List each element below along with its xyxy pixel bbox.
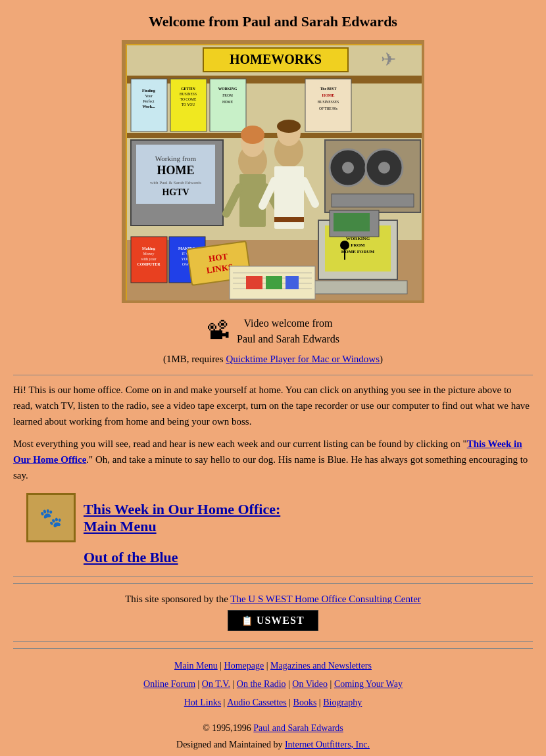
- svg-text:GETTIN: GETTIN: [181, 87, 195, 91]
- svg-text:with your: with your: [141, 257, 156, 261]
- svg-rect-78: [266, 276, 282, 289]
- homeworks-image[interactable]: HOMEWORKS ✈ Finding Your Perfect Work...…: [122, 40, 424, 303]
- camera-icon: 📽: [207, 318, 230, 345]
- divider-2: [13, 576, 533, 577]
- svg-text:HOME: HOME: [157, 164, 195, 177]
- svg-text:HOME FORUM: HOME FORUM: [341, 249, 375, 254]
- footer-nav-row-1: Main Menu | Homepage | Magazines and New…: [13, 657, 533, 675]
- svg-text:HOMEWORKS: HOMEWORKS: [230, 52, 322, 66]
- svg-text:HOME: HOME: [322, 93, 335, 97]
- footer-link-books[interactable]: Books: [293, 697, 317, 707]
- quicktime-line: (1MB, requires Quicktime Player for Mac …: [13, 354, 533, 365]
- nav-item-1: 🐾 This Week in Our Home Office:Main Menu: [26, 493, 533, 542]
- svg-point-56: [340, 241, 349, 250]
- svg-text:COMPUTER: COMPUTER: [137, 262, 161, 266]
- footer-nav-row-2: Online Forum | On T.V. | On the Radio | …: [13, 675, 533, 694]
- footer-link-coming[interactable]: Coming Your Way: [334, 679, 403, 689]
- svg-point-40: [241, 126, 264, 144]
- svg-point-34: [342, 162, 354, 174]
- svg-text:HGTV: HGTV: [162, 187, 189, 197]
- svg-text:Work...: Work...: [142, 105, 155, 108]
- footer-designer-link[interactable]: Internet Outfitters, Inc.: [285, 740, 370, 749]
- svg-rect-48: [274, 217, 304, 222]
- uswest-logo-text: 📋: [241, 616, 253, 626]
- footer-info: © 1995,1996 Paul and Sarah Edwards Desig…: [13, 720, 533, 756]
- svg-text:Making: Making: [142, 247, 155, 250]
- svg-text:OF THE 90s: OF THE 90s: [319, 106, 337, 110]
- svg-text:with Paul & Sarah Edwards: with Paul & Sarah Edwards: [150, 180, 201, 185]
- svg-text:TO YOU: TO YOU: [182, 103, 195, 106]
- svg-rect-82: [334, 213, 370, 231]
- nav-list: 🐾 This Week in Our Home Office:Main Menu…: [26, 493, 533, 566]
- video-welcome-section: 📽 Video welcome from Paul and Sarah Edwa…: [13, 316, 533, 347]
- sponsor-section: This site sponsored by the The U S WEST …: [13, 583, 533, 642]
- uswest-link[interactable]: The U S WEST Home Office Consulting Cent…: [230, 594, 421, 604]
- footer-copyright: © 1995,1996 Paul and Sarah Edwards: [13, 720, 533, 736]
- svg-rect-79: [285, 276, 299, 289]
- svg-text:Perfect: Perfect: [143, 99, 155, 103]
- footer-link-video[interactable]: On Video: [292, 679, 328, 689]
- svg-text:Finding: Finding: [142, 89, 155, 93]
- svg-text:TO COME: TO COME: [180, 97, 197, 101]
- svg-text:BUSINESSES: BUSINESSES: [318, 100, 339, 104]
- svg-text:The BEST: The BEST: [320, 87, 337, 91]
- svg-text:WORKING: WORKING: [218, 87, 237, 91]
- footer-lastupdated: Last updated 10/25/96: [13, 753, 533, 756]
- svg-text:Your: Your: [145, 94, 153, 98]
- footer-link-forum[interactable]: Online Forum: [143, 679, 195, 689]
- svg-point-36: [378, 162, 390, 174]
- uswest-logo: 📋 USWEST: [228, 610, 318, 631]
- footer-nav: Main Menu | Homepage | Magazines and New…: [13, 657, 533, 712]
- svg-text:FROM: FROM: [351, 243, 365, 248]
- footer-link-audio[interactable]: Audio Cassettes: [227, 697, 287, 707]
- intro-paragraph-2: Most everything you will see, read and h…: [13, 436, 533, 483]
- svg-rect-58: [309, 281, 407, 294]
- svg-rect-25: [124, 133, 424, 138]
- footer-link-magazines[interactable]: Magazines and Newsletters: [270, 661, 372, 671]
- divider-1: [13, 375, 533, 375]
- homeworks-svg: HOMEWORKS ✈ Finding Your Perfect Work...…: [124, 43, 424, 303]
- svg-point-46: [277, 120, 301, 133]
- page-title: Welcome from Paul and Sarah Edwards: [13, 13, 533, 30]
- footer-nav-row-3: Hot Links | Audio Cassettes | Books | Bi…: [13, 694, 533, 712]
- video-welcome-text: Video welcome from Paul and Sarah Edward…: [237, 316, 339, 347]
- footer-link-bio[interactable]: Biography: [323, 697, 362, 707]
- svg-text:Money: Money: [143, 252, 155, 256]
- nav-item-2: Out of the Blue: [84, 549, 533, 566]
- footer-link-hotlinks[interactable]: Hot Links: [184, 697, 221, 707]
- divider-3: [13, 648, 533, 649]
- footer-copyright-link[interactable]: Paul and Sarah Edwards: [253, 723, 343, 733]
- footer-link-mainmenu[interactable]: Main Menu: [174, 661, 218, 671]
- nav-icon-1: 🐾: [26, 493, 76, 542]
- footer-link-homepage[interactable]: Homepage: [224, 661, 264, 671]
- footer-link-radio[interactable]: On the Radio: [237, 679, 286, 689]
- footer-designed: Designed and Maintained by Internet Outf…: [13, 736, 533, 753]
- intro-paragraph-1: Hi! This is our home office. Come on in …: [13, 382, 533, 429]
- svg-text:FROM: FROM: [222, 93, 233, 97]
- svg-rect-77: [246, 276, 262, 289]
- svg-text:✈: ✈: [381, 49, 396, 70]
- out-of-blue-link[interactable]: Out of the Blue: [84, 549, 178, 566]
- svg-text:HOME: HOME: [222, 100, 234, 104]
- this-week-link-inline[interactable]: This Week in Our Home Office: [13, 438, 522, 465]
- main-image-container: HOMEWORKS ✈ Finding Your Perfect Work...…: [13, 40, 533, 306]
- svg-rect-37: [332, 194, 414, 207]
- this-week-nav-link[interactable]: This Week in Our Home Office:Main Menu: [84, 501, 280, 535]
- svg-rect-5: [124, 76, 424, 83]
- footer-link-tv[interactable]: On T.V.: [202, 679, 230, 689]
- quicktime-link[interactable]: Quicktime Player for Mac or Windows: [226, 354, 380, 364]
- sponsor-text: This site sponsored by the The U S WEST …: [13, 594, 533, 605]
- svg-text:Working from: Working from: [155, 154, 197, 162]
- svg-text:BUSINESS: BUSINESS: [180, 92, 197, 96]
